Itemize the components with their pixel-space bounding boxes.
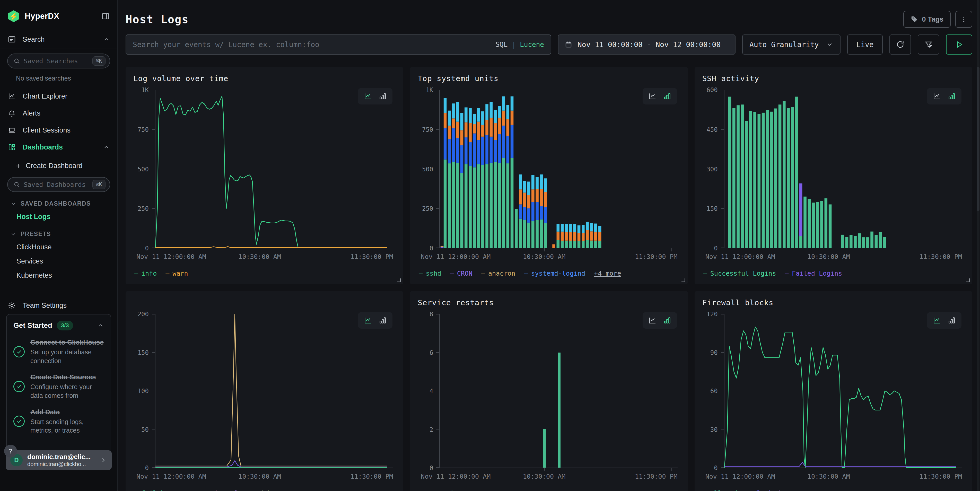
get-started-step[interactable]: Create Data SourcesConfigure where your … <box>13 373 104 400</box>
run-query-button[interactable] <box>946 35 972 54</box>
saved-dashboard-item[interactable]: Host Logs <box>0 210 117 224</box>
bar-segment <box>473 114 476 124</box>
saved-dashboards-header[interactable]: SAVED DASHBOARDS <box>0 194 117 210</box>
sidebar-item-team-settings[interactable]: Team Settings <box>0 297 117 314</box>
sql-toggle[interactable]: SQL <box>495 41 508 48</box>
tag-icon <box>910 16 918 23</box>
bar-chart-toggle-icon[interactable] <box>379 92 387 100</box>
plot-area[interactable] <box>724 314 962 468</box>
granularity-select[interactable]: Auto Granularity <box>742 35 840 54</box>
bar-segment <box>502 158 506 248</box>
saved-searches-input[interactable] <box>24 57 92 65</box>
saved-dashboards-input[interactable] <box>24 181 92 188</box>
bar-segment <box>565 232 568 241</box>
chart-canvas[interactable] <box>156 90 393 248</box>
legend-item[interactable]: —CRON <box>450 270 473 277</box>
legend-item[interactable]: —anacron <box>481 270 515 277</box>
bar-chart-toggle-icon[interactable] <box>379 316 387 324</box>
saved-searches-input-wrap[interactable]: ⌘K <box>7 54 110 68</box>
line-chart-toggle-icon[interactable] <box>933 92 941 100</box>
scrollbar[interactable] <box>977 0 980 491</box>
sidebar-item-alerts[interactable]: Alerts <box>0 105 117 122</box>
bar-segment <box>829 204 832 248</box>
bar-segment <box>448 139 451 164</box>
sidebar-collapse-icon[interactable] <box>102 12 110 20</box>
bar-segment <box>531 175 535 189</box>
legend-item[interactable]: —info <box>134 270 157 277</box>
get-started-step[interactable]: Connect to ClickHouseSet up your databas… <box>13 338 104 365</box>
presets-header[interactable]: PRESETS <box>0 224 117 240</box>
bar-segment <box>745 121 748 248</box>
bar-chart-toggle-icon[interactable] <box>663 316 671 324</box>
y-axis-tick-label: 500 <box>422 166 433 173</box>
legend-more-link[interactable]: +4 more <box>594 270 621 277</box>
event-search-input[interactable] <box>133 40 495 49</box>
legend-item[interactable]: —Allowed <box>703 489 737 491</box>
preset-item-services[interactable]: Services <box>0 254 117 269</box>
plot-area[interactable] <box>439 314 677 468</box>
filter-button[interactable] <box>918 35 939 54</box>
bar-segment <box>506 164 509 248</box>
legend-item[interactable]: —fail2ban-server <box>134 489 199 491</box>
legend-item[interactable]: —kernel <box>208 489 238 491</box>
bar-segment <box>590 223 593 231</box>
panel-resize-handle[interactable] <box>397 278 401 282</box>
x-axis-tick <box>544 468 545 471</box>
saved-dashboards-input-wrap[interactable]: ⌘K <box>7 177 110 192</box>
legend-item[interactable]: —systemd-logind <box>524 270 585 277</box>
line-chart-toggle-icon[interactable] <box>648 316 657 324</box>
plot-area[interactable] <box>724 90 962 248</box>
get-started-header[interactable]: Get Started 3/3 <box>13 321 104 331</box>
plot-area[interactable] <box>439 90 677 248</box>
preset-item-clickhouse[interactable]: ClickHouse <box>0 240 117 254</box>
more-options-button[interactable] <box>955 11 972 28</box>
live-button[interactable]: Live <box>847 35 883 54</box>
bar-chart-toggle-icon[interactable] <box>948 92 956 100</box>
chevron-up-icon <box>103 36 110 43</box>
lucene-toggle[interactable]: Lucene <box>520 41 544 48</box>
bar-segment <box>749 111 752 248</box>
get-started-step[interactable]: Add DataStart sending logs, metrics, or … <box>13 408 104 435</box>
sidebar-item-search[interactable]: Search <box>0 31 117 48</box>
x-axis-tick-label: Nov 11 12:00:00 AM <box>705 473 775 480</box>
sidebar-item-chart-explorer[interactable]: Chart Explorer <box>0 88 117 105</box>
chart-legend: —info—warn <box>134 270 188 277</box>
event-search-box[interactable]: SQL | Lucene <box>126 35 551 54</box>
legend-item[interactable]: —warn <box>165 270 188 277</box>
y-axis-tick <box>721 169 724 169</box>
chart-canvas[interactable] <box>724 314 962 467</box>
chart-canvas[interactable] <box>440 90 677 248</box>
legend-item[interactable]: —Failed Logins <box>785 270 842 277</box>
line-chart-toggle-icon[interactable] <box>933 316 941 324</box>
panel-resize-handle[interactable] <box>966 278 970 282</box>
preset-item-kubernetes[interactable]: Kubernetes <box>0 269 117 283</box>
line-chart-toggle-icon[interactable] <box>364 316 372 324</box>
plot-area[interactable] <box>155 90 393 248</box>
line-chart-toggle-icon[interactable] <box>648 92 657 100</box>
sidebar-item-dashboards[interactable]: Dashboards <box>0 139 117 156</box>
chart-canvas[interactable] <box>440 314 677 467</box>
refresh-button[interactable] <box>889 35 911 54</box>
legend-item[interactable]: —sshd <box>419 270 441 277</box>
create-dashboard-button[interactable]: Create Dashboard <box>0 156 117 172</box>
user-menu[interactable]: D dominic.tran@clic... dominic.tran@clic… <box>6 450 112 470</box>
x-axis-tick-label: 11:30:00 PM <box>635 473 678 480</box>
bar-chart-toggle-icon[interactable] <box>663 92 671 100</box>
line-chart-toggle-icon[interactable] <box>364 92 372 100</box>
legend-item[interactable]: —Blocked <box>746 489 780 491</box>
chart-canvas[interactable] <box>156 314 393 467</box>
legend-item[interactable]: —Successful Logins <box>703 270 776 277</box>
sidebar-item-client-sessions[interactable]: Client Sessions <box>0 122 117 139</box>
date-range-picker[interactable]: Nov 11 00:00:00 - Nov 12 00:00:00 <box>558 35 735 54</box>
help-button[interactable]: ? <box>4 445 17 458</box>
bar-segment <box>477 122 480 140</box>
scrollbar-thumb[interactable] <box>977 67 980 211</box>
tags-button[interactable]: 0 Tags <box>903 11 951 28</box>
chart-panel-4: 200150100500Nov 11 12:00:00 AM10:30:00 A… <box>126 291 403 491</box>
bar-chart-toggle-icon[interactable] <box>948 316 956 324</box>
panel-resize-handle[interactable] <box>681 278 685 282</box>
legend-item[interactable]: —sshd <box>247 489 269 491</box>
chart-canvas[interactable] <box>724 90 962 248</box>
legend-item[interactable]: —systemd <box>419 489 453 491</box>
plot-area[interactable] <box>155 314 393 468</box>
